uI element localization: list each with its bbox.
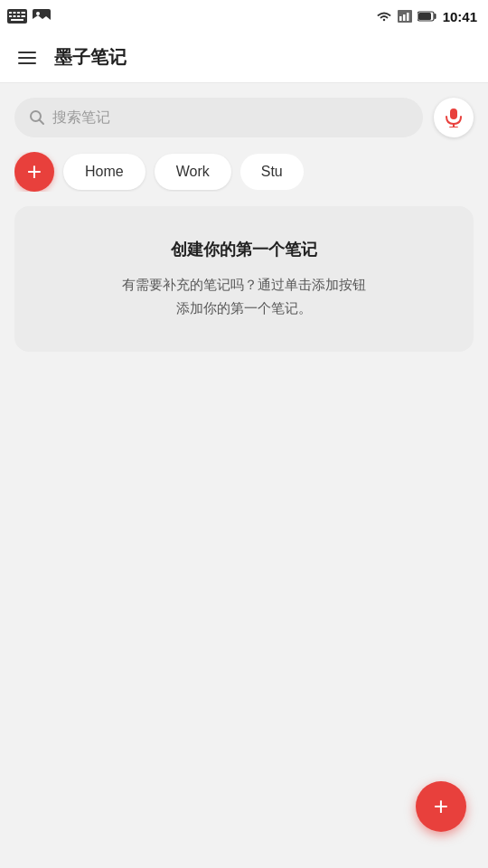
search-icon [29,109,45,126]
add-tag-button[interactable]: + [14,152,54,192]
clock: 10:41 [443,9,477,24]
svg-rect-9 [11,19,23,21]
fab-add-icon: + [434,794,448,819]
keyboard-icon [7,9,27,24]
top-bar: 墨子笔记 [0,33,488,83]
hamburger-button[interactable] [14,48,40,68]
svg-rect-19 [450,108,457,119]
search-row: 搜索笔记 [14,98,474,137]
image-icon [33,9,51,24]
fab-add-button[interactable]: + [416,781,466,832]
tag-home[interactable]: Home [63,154,145,190]
empty-card-description: 有需要补充的笔记吗？通过单击添加按钮添加你的第一个笔记。 [36,273,452,319]
wifi-icon [376,10,392,23]
svg-rect-17 [418,13,431,20]
status-left-icons [7,9,51,24]
svg-rect-15 [407,13,409,21]
svg-rect-3 [17,12,20,14]
add-tag-icon: + [27,159,42,184]
svg-rect-2 [14,12,16,14]
hamburger-line-2 [18,57,36,59]
hamburger-line-1 [18,52,36,53]
svg-rect-1 [9,12,12,14]
svg-point-11 [36,12,40,15]
svg-rect-6 [14,15,16,17]
status-bar: 10:41 [0,0,488,33]
battery-icon [418,11,437,22]
tag-work[interactable]: Work [155,154,231,190]
svg-rect-5 [9,15,12,17]
svg-rect-14 [403,14,406,21]
signal-icon [398,10,412,23]
hamburger-line-3 [18,62,36,64]
tags-row: + Home Work Stu [14,152,474,192]
search-bar[interactable]: 搜索笔记 [14,98,423,137]
svg-rect-7 [17,15,20,17]
status-right-icons: 10:41 [376,9,477,24]
empty-state-card: 创建你的第一个笔记 有需要补充的笔记吗？通过单击添加按钮添加你的第一个笔记。 [14,206,474,352]
svg-rect-13 [399,16,402,21]
mic-icon [445,108,463,127]
tag-stu[interactable]: Stu [240,154,304,190]
mic-button[interactable] [434,98,474,137]
app-title: 墨子笔记 [54,45,127,70]
empty-card-title: 创建你的第一个笔记 [36,239,452,260]
search-placeholder: 搜索笔记 [52,108,110,127]
svg-rect-4 [22,12,26,14]
main-content: 搜索笔记 + Home Work Stu 创建你的第一个笔记 有需要补充的笔记吗… [0,83,488,868]
svg-rect-8 [22,15,26,17]
